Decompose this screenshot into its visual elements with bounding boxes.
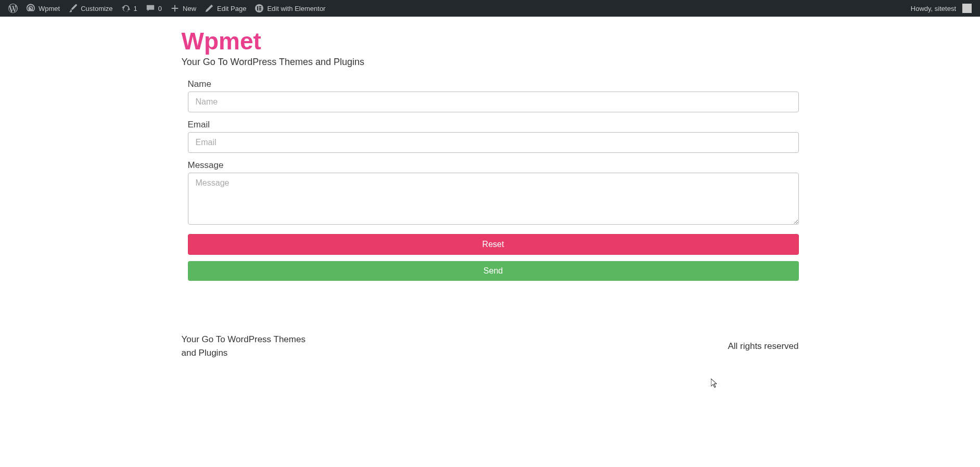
footer-copyright: All rights reserved bbox=[728, 341, 798, 352]
dashboard-icon bbox=[26, 4, 35, 13]
reset-button[interactable]: Reset bbox=[188, 234, 799, 255]
name-label: Name bbox=[188, 79, 799, 89]
name-group: Name bbox=[188, 79, 799, 112]
updates-count: 1 bbox=[134, 5, 137, 12]
new-content-menu[interactable]: New bbox=[166, 0, 200, 17]
avatar-icon bbox=[962, 4, 972, 13]
message-group: Message bbox=[188, 160, 799, 227]
comments-menu[interactable]: 0 bbox=[142, 0, 166, 17]
user-account-menu[interactable]: Howdy, sitetest bbox=[907, 0, 976, 17]
wp-logo-menu[interactable] bbox=[4, 0, 22, 17]
page-container: Wpmet Your Go To WordPress Themes and Pl… bbox=[182, 17, 799, 302]
message-textarea[interactable] bbox=[188, 173, 799, 225]
send-button[interactable]: Send bbox=[188, 261, 799, 281]
email-group: Email bbox=[188, 120, 799, 153]
site-name-label: Wpmet bbox=[39, 5, 60, 12]
edit-page-label: Edit Page bbox=[217, 5, 246, 12]
paintbrush-icon bbox=[68, 4, 78, 13]
edit-elementor-menu[interactable]: Edit with Elementor bbox=[250, 0, 329, 17]
svg-rect-3 bbox=[259, 8, 261, 9]
wp-admin-bar: Wpmet Customize 1 0 New bbox=[0, 0, 980, 17]
email-label: Email bbox=[188, 120, 799, 130]
greeting-label: Howdy, sitetest bbox=[911, 5, 956, 12]
elementor-icon bbox=[254, 4, 264, 13]
svg-rect-4 bbox=[259, 9, 261, 10]
customize-label: Customize bbox=[81, 5, 112, 12]
footer: Your Go To WordPress Themes and Plugins … bbox=[182, 333, 799, 380]
updates-menu[interactable]: 1 bbox=[117, 0, 142, 17]
update-icon bbox=[121, 4, 131, 13]
comments-count: 0 bbox=[158, 5, 162, 12]
svg-rect-1 bbox=[257, 6, 258, 10]
site-tagline: Your Go To WordPress Themes and Plugins bbox=[182, 57, 799, 68]
comment-icon bbox=[146, 4, 155, 13]
name-input[interactable] bbox=[188, 92, 799, 112]
site-name-menu[interactable]: Wpmet bbox=[22, 0, 64, 17]
site-title[interactable]: Wpmet bbox=[182, 27, 799, 56]
svg-rect-2 bbox=[259, 6, 261, 7]
email-input[interactable] bbox=[188, 132, 799, 153]
plus-icon bbox=[170, 4, 180, 13]
message-label: Message bbox=[188, 160, 799, 171]
footer-tagline: Your Go To WordPress Themes and Plugins bbox=[182, 333, 317, 359]
pencil-icon bbox=[205, 4, 214, 13]
wordpress-icon bbox=[8, 4, 18, 13]
new-label: New bbox=[183, 5, 196, 12]
edit-page-menu[interactable]: Edit Page bbox=[200, 0, 250, 17]
edit-elementor-label: Edit with Elementor bbox=[267, 5, 325, 12]
contact-form: Name Email Message Reset Send bbox=[182, 79, 799, 281]
admin-bar-left: Wpmet Customize 1 0 New bbox=[4, 0, 329, 17]
admin-bar-right: Howdy, sitetest bbox=[907, 0, 976, 17]
customize-menu[interactable]: Customize bbox=[64, 0, 117, 17]
